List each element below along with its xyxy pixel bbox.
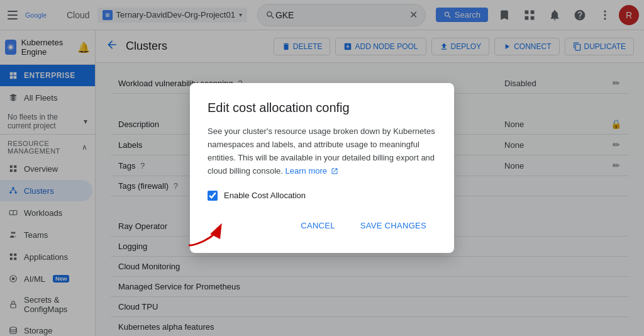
modal-dialog: Edit cost allocation config See your clu… — [190, 83, 454, 252]
modal-body: See your cluster's resource usage broken… — [208, 125, 436, 177]
learn-more-link[interactable]: Learn more — [286, 166, 338, 176]
modal-overlay[interactable]: Edit cost allocation config See your clu… — [0, 0, 644, 336]
cancel-button[interactable]: CANCEL — [291, 216, 345, 235]
checkbox-label: Enable Cost Allocation — [224, 191, 306, 200]
checkbox-row: Enable Cost Allocation — [208, 191, 436, 201]
modal-actions: CANCEL SAVE CHANGES — [208, 216, 436, 235]
save-changes-button[interactable]: SAVE CHANGES — [350, 216, 436, 235]
modal-title: Edit cost allocation config — [208, 101, 436, 115]
enable-cost-allocation-checkbox[interactable] — [208, 191, 218, 201]
